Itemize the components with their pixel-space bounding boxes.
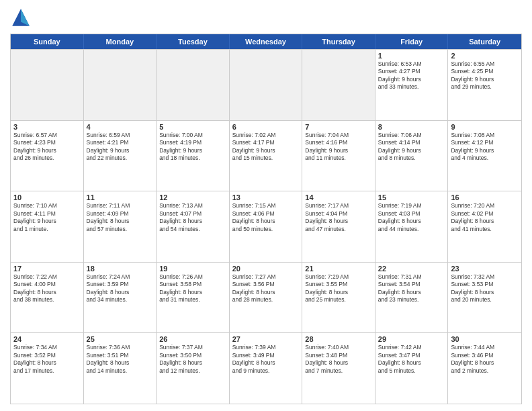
day-info: Sunrise: 7:24 AM Sunset: 3:59 PM Dayligh…	[87, 273, 154, 304]
day-number: 27	[232, 335, 300, 343]
day-info: Sunrise: 7:00 AM Sunset: 4:19 PM Dayligh…	[159, 132, 226, 163]
day-info: Sunrise: 7:11 AM Sunset: 4:09 PM Dayligh…	[87, 202, 154, 233]
calendar-day-13: 13Sunrise: 7:15 AM Sunset: 4:06 PM Dayli…	[230, 191, 303, 262]
day-info: Sunrise: 6:53 AM Sunset: 4:27 PM Dayligh…	[378, 60, 445, 91]
calendar-day-11: 11Sunrise: 7:11 AM Sunset: 4:09 PM Dayli…	[84, 191, 157, 262]
header-day-monday: Monday	[84, 34, 157, 49]
calendar-day-1: 1Sunrise: 6:53 AM Sunset: 4:27 PM Daylig…	[375, 50, 449, 120]
day-number: 4	[87, 123, 154, 131]
calendar-day-12: 12Sunrise: 7:13 AM Sunset: 4:07 PM Dayli…	[157, 191, 230, 262]
day-number: 17	[13, 265, 81, 273]
day-info: Sunrise: 7:10 AM Sunset: 4:11 PM Dayligh…	[13, 202, 81, 233]
calendar-body: 1Sunrise: 6:53 AM Sunset: 4:27 PM Daylig…	[11, 49, 521, 404]
calendar-day-5: 5Sunrise: 7:00 AM Sunset: 4:19 PM Daylig…	[157, 121, 230, 191]
day-number: 30	[451, 335, 519, 343]
calendar-week-3: 10Sunrise: 7:10 AM Sunset: 4:11 PM Dayli…	[11, 191, 521, 262]
logo-icon	[10, 7, 32, 28]
calendar-week-1: 1Sunrise: 6:53 AM Sunset: 4:27 PM Daylig…	[11, 49, 521, 120]
day-number: 29	[378, 335, 445, 343]
header-day-saturday: Saturday	[448, 34, 521, 49]
day-number: 26	[159, 335, 226, 343]
calendar-day-18: 18Sunrise: 7:24 AM Sunset: 3:59 PM Dayli…	[84, 263, 157, 333]
day-number: 8	[378, 123, 445, 131]
calendar-day-empty	[302, 50, 375, 120]
calendar-day-9: 9Sunrise: 7:08 AM Sunset: 4:12 PM Daylig…	[448, 121, 521, 191]
day-info: Sunrise: 7:08 AM Sunset: 4:12 PM Dayligh…	[451, 132, 519, 163]
day-number: 5	[159, 123, 226, 131]
day-number: 10	[13, 193, 81, 201]
calendar-header: SundayMondayTuesdayWednesdayThursdayFrid…	[11, 34, 521, 49]
calendar-week-5: 24Sunrise: 7:34 AM Sunset: 3:52 PM Dayli…	[11, 332, 521, 404]
calendar-day-8: 8Sunrise: 7:06 AM Sunset: 4:14 PM Daylig…	[375, 121, 449, 191]
header-day-wednesday: Wednesday	[230, 34, 303, 49]
calendar-day-10: 10Sunrise: 7:10 AM Sunset: 4:11 PM Dayli…	[11, 191, 84, 262]
day-info: Sunrise: 7:40 AM Sunset: 3:48 PM Dayligh…	[305, 344, 372, 375]
calendar-day-20: 20Sunrise: 7:27 AM Sunset: 3:56 PM Dayli…	[230, 263, 303, 333]
day-info: Sunrise: 7:32 AM Sunset: 3:53 PM Dayligh…	[451, 273, 519, 304]
calendar-day-28: 28Sunrise: 7:40 AM Sunset: 3:48 PM Dayli…	[302, 333, 375, 404]
calendar-day-25: 25Sunrise: 7:36 AM Sunset: 3:51 PM Dayli…	[84, 333, 157, 404]
day-number: 15	[378, 193, 445, 201]
calendar-day-7: 7Sunrise: 7:04 AM Sunset: 4:16 PM Daylig…	[302, 121, 375, 191]
calendar-week-4: 17Sunrise: 7:22 AM Sunset: 4:00 PM Dayli…	[11, 262, 521, 333]
day-info: Sunrise: 7:26 AM Sunset: 3:58 PM Dayligh…	[159, 273, 226, 304]
calendar-day-19: 19Sunrise: 7:26 AM Sunset: 3:58 PM Dayli…	[157, 263, 230, 333]
day-number: 3	[13, 123, 81, 131]
page: SundayMondayTuesdayWednesdayThursdayFrid…	[0, 0, 532, 411]
day-number: 9	[451, 123, 519, 131]
day-info: Sunrise: 6:57 AM Sunset: 4:23 PM Dayligh…	[13, 132, 81, 163]
day-number: 11	[87, 193, 154, 201]
day-number: 18	[87, 265, 154, 273]
day-number: 12	[159, 193, 226, 201]
day-info: Sunrise: 7:34 AM Sunset: 3:52 PM Dayligh…	[13, 344, 81, 375]
day-info: Sunrise: 7:31 AM Sunset: 3:54 PM Dayligh…	[378, 273, 445, 304]
calendar-day-23: 23Sunrise: 7:32 AM Sunset: 3:53 PM Dayli…	[448, 263, 521, 333]
calendar-day-empty	[230, 50, 303, 120]
day-number: 22	[378, 265, 445, 273]
day-number: 13	[232, 193, 300, 201]
header-day-thursday: Thursday	[302, 34, 375, 49]
calendar-day-22: 22Sunrise: 7:31 AM Sunset: 3:54 PM Dayli…	[375, 263, 449, 333]
day-number: 20	[232, 265, 300, 273]
day-number: 23	[451, 265, 519, 273]
day-number: 7	[305, 123, 372, 131]
day-number: 2	[451, 52, 519, 60]
calendar-day-17: 17Sunrise: 7:22 AM Sunset: 4:00 PM Dayli…	[11, 263, 84, 333]
calendar: SundayMondayTuesdayWednesdayThursdayFrid…	[10, 34, 522, 404]
day-info: Sunrise: 7:37 AM Sunset: 3:50 PM Dayligh…	[159, 344, 226, 375]
day-info: Sunrise: 7:17 AM Sunset: 4:04 PM Dayligh…	[305, 202, 372, 233]
day-info: Sunrise: 7:19 AM Sunset: 4:03 PM Dayligh…	[378, 202, 445, 233]
day-info: Sunrise: 7:13 AM Sunset: 4:07 PM Dayligh…	[159, 202, 226, 233]
calendar-day-27: 27Sunrise: 7:39 AM Sunset: 3:49 PM Dayli…	[230, 333, 303, 404]
day-info: Sunrise: 7:27 AM Sunset: 3:56 PM Dayligh…	[232, 273, 300, 304]
calendar-day-3: 3Sunrise: 6:57 AM Sunset: 4:23 PM Daylig…	[11, 121, 84, 191]
day-info: Sunrise: 7:02 AM Sunset: 4:17 PM Dayligh…	[232, 132, 300, 163]
day-info: Sunrise: 7:06 AM Sunset: 4:14 PM Dayligh…	[378, 132, 445, 163]
calendar-day-2: 2Sunrise: 6:55 AM Sunset: 4:25 PM Daylig…	[448, 50, 521, 120]
day-number: 24	[13, 335, 81, 343]
day-info: Sunrise: 7:36 AM Sunset: 3:51 PM Dayligh…	[87, 344, 154, 375]
day-number: 6	[232, 123, 300, 131]
day-info: Sunrise: 7:22 AM Sunset: 4:00 PM Dayligh…	[13, 273, 81, 304]
day-info: Sunrise: 6:55 AM Sunset: 4:25 PM Dayligh…	[451, 60, 519, 91]
day-info: Sunrise: 7:42 AM Sunset: 3:47 PM Dayligh…	[378, 344, 445, 375]
calendar-week-2: 3Sunrise: 6:57 AM Sunset: 4:23 PM Daylig…	[11, 120, 521, 191]
day-number: 16	[451, 193, 519, 201]
day-number: 19	[159, 265, 226, 273]
calendar-day-6: 6Sunrise: 7:02 AM Sunset: 4:17 PM Daylig…	[230, 121, 303, 191]
calendar-day-14: 14Sunrise: 7:17 AM Sunset: 4:04 PM Dayli…	[302, 191, 375, 262]
day-number: 1	[378, 52, 445, 60]
calendar-day-empty	[11, 50, 84, 120]
header-day-friday: Friday	[375, 34, 449, 49]
day-info: Sunrise: 6:59 AM Sunset: 4:21 PM Dayligh…	[87, 132, 154, 163]
calendar-day-21: 21Sunrise: 7:29 AM Sunset: 3:55 PM Dayli…	[302, 263, 375, 333]
calendar-day-15: 15Sunrise: 7:19 AM Sunset: 4:03 PM Dayli…	[375, 191, 449, 262]
calendar-day-26: 26Sunrise: 7:37 AM Sunset: 3:50 PM Dayli…	[157, 333, 230, 404]
header-day-sunday: Sunday	[11, 34, 84, 49]
calendar-day-24: 24Sunrise: 7:34 AM Sunset: 3:52 PM Dayli…	[11, 333, 84, 404]
calendar-day-16: 16Sunrise: 7:20 AM Sunset: 4:02 PM Dayli…	[448, 191, 521, 262]
day-number: 21	[305, 265, 372, 273]
calendar-day-empty	[157, 50, 230, 120]
day-info: Sunrise: 7:39 AM Sunset: 3:49 PM Dayligh…	[232, 344, 300, 375]
day-number: 25	[87, 335, 154, 343]
